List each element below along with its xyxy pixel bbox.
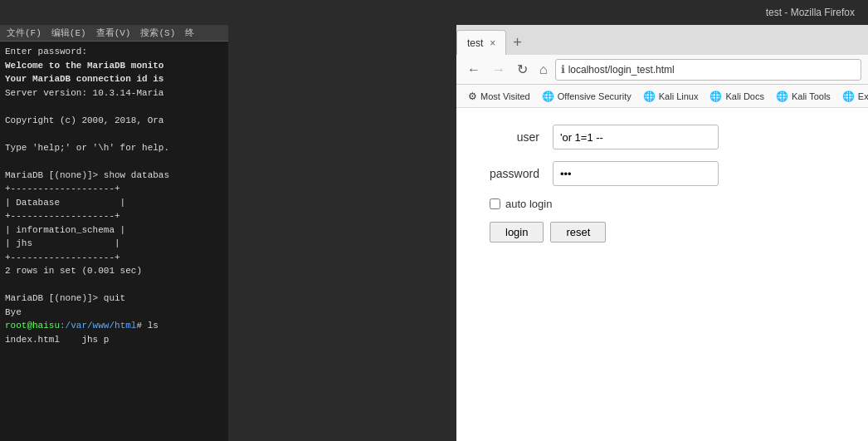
back-button[interactable]: ← xyxy=(463,61,485,79)
menu-more[interactable]: 终 xyxy=(185,27,194,39)
menu-view[interactable]: 查看(V) xyxy=(96,27,131,39)
term-line: Copyright (c) 2000, 2018, Ora xyxy=(5,114,223,128)
browser-toolbar: ← → ↻ ⌂ ℹ localhost/login_test.html xyxy=(456,55,868,85)
forward-button[interactable]: → xyxy=(488,61,510,79)
term-line: MariaDB [(none)]> quit xyxy=(5,292,223,306)
titlebar-text: test - Mozilla Firefox xyxy=(766,7,855,18)
bookmark-label-3: Kali Docs xyxy=(725,91,763,101)
terminal-menubar: 文件(F) 编辑(E) 查看(V) 搜索(S) 终 xyxy=(0,25,228,42)
bookmark-icon-5: 🌐 xyxy=(842,91,855,102)
password-label: password xyxy=(490,167,539,180)
bookmark-label-2: Kali Linux xyxy=(659,91,699,101)
user-input[interactable] xyxy=(553,125,719,149)
reload-button[interactable]: ↻ xyxy=(513,60,532,79)
url-display: localhost/login_test.html xyxy=(568,64,675,76)
tab-label: test xyxy=(467,37,483,49)
term-line: MariaDB [(none)]> show databas xyxy=(5,169,223,183)
term-line: Bye xyxy=(5,306,223,320)
new-tab-button[interactable]: + xyxy=(506,34,529,51)
terminal-content: Enter password: Welcome to the MariaDB m… xyxy=(0,42,228,350)
tabbar: test × + xyxy=(456,25,868,55)
prompt-path: :/var/www/html xyxy=(60,321,136,331)
prompt-user: root@haisu xyxy=(5,321,60,331)
titlebar: test - Mozilla Firefox xyxy=(0,0,868,25)
tab-close-button[interactable]: × xyxy=(490,37,495,49)
bookmarks-bar: ⚙ Most Visited 🌐 Offensive Security 🌐 Ka… xyxy=(456,85,868,108)
term-line xyxy=(5,100,223,114)
menu-file[interactable]: 文件(F) xyxy=(7,27,41,39)
info-icon: ℹ xyxy=(561,63,565,76)
term-line: +-------------------+ xyxy=(5,182,223,196)
auto-login-row: auto login xyxy=(490,198,719,210)
term-line: 2 rows in set (0.001 sec) xyxy=(5,264,223,278)
term-line xyxy=(5,127,223,141)
bookmark-exploit-db[interactable]: 🌐 Exploit-DB xyxy=(837,89,868,104)
bookmark-label-5: Exploit-DB xyxy=(858,91,868,101)
bookmark-label-1: Offensive Security xyxy=(558,91,631,101)
term-line: index.html jhs p xyxy=(5,333,223,347)
term-line xyxy=(5,278,223,292)
term-line: | Database | xyxy=(5,196,223,210)
auto-login-checkbox[interactable] xyxy=(490,198,500,209)
page-content: user password auto login login reset xyxy=(456,108,868,441)
bookmark-icon-4: 🌐 xyxy=(776,91,788,102)
login-button[interactable]: login xyxy=(490,222,544,243)
menu-search[interactable]: 搜索(S) xyxy=(140,27,175,39)
active-tab[interactable]: test × xyxy=(456,30,506,55)
bookmark-kali-linux[interactable]: 🌐 Kali Linux xyxy=(638,89,704,104)
bookmark-kali-docs[interactable]: 🌐 Kali Docs xyxy=(705,89,768,104)
term-line: | jhs | xyxy=(5,237,223,251)
menu-edit[interactable]: 编辑(E) xyxy=(51,27,86,39)
bookmark-kali-tools[interactable]: 🌐 Kali Tools xyxy=(771,89,836,104)
bookmark-offensive-security[interactable]: 🌐 Offensive Security xyxy=(537,89,636,104)
term-line: | information_schema | xyxy=(5,223,223,238)
bookmark-icon-0: ⚙ xyxy=(468,91,477,102)
term-line: Server version: 10.3.14-Maria xyxy=(5,86,223,100)
bookmark-icon-1: 🌐 xyxy=(542,91,554,102)
term-line: Welcome to the MariaDB monito xyxy=(5,59,223,73)
home-button[interactable]: ⌂ xyxy=(535,61,552,79)
prompt-cmd: # ls xyxy=(136,321,158,331)
term-line: Type 'help;' or '\h' for help. xyxy=(5,141,223,155)
password-input[interactable] xyxy=(553,161,719,186)
form-buttons: login reset xyxy=(490,222,719,243)
term-prompt-line: root@haisu:/var/www/html# ls xyxy=(5,319,223,333)
bookmark-label-0: Most Visited xyxy=(480,91,530,101)
address-bar[interactable]: ℹ localhost/login_test.html xyxy=(555,59,861,81)
term-line xyxy=(5,154,223,169)
reset-button[interactable]: reset xyxy=(550,222,606,243)
bookmark-icon-2: 🌐 xyxy=(643,91,656,102)
terminal: 文件(F) 编辑(E) 查看(V) 搜索(S) 终 Enter password… xyxy=(0,25,228,441)
login-form: user password auto login login reset xyxy=(490,125,719,243)
bookmark-icon-3: 🌐 xyxy=(710,91,722,102)
term-line: Enter password: xyxy=(5,45,223,59)
term-line: +-------------------+ xyxy=(5,251,223,265)
bookmark-most-visited[interactable]: ⚙ Most Visited xyxy=(463,89,535,104)
term-line: Your MariaDB connection id is xyxy=(5,72,223,86)
bookmark-label-4: Kali Tools xyxy=(792,91,831,101)
term-line: +-------------------+ xyxy=(5,209,223,223)
auto-login-label: auto login xyxy=(505,198,552,210)
user-label: user xyxy=(490,130,539,144)
